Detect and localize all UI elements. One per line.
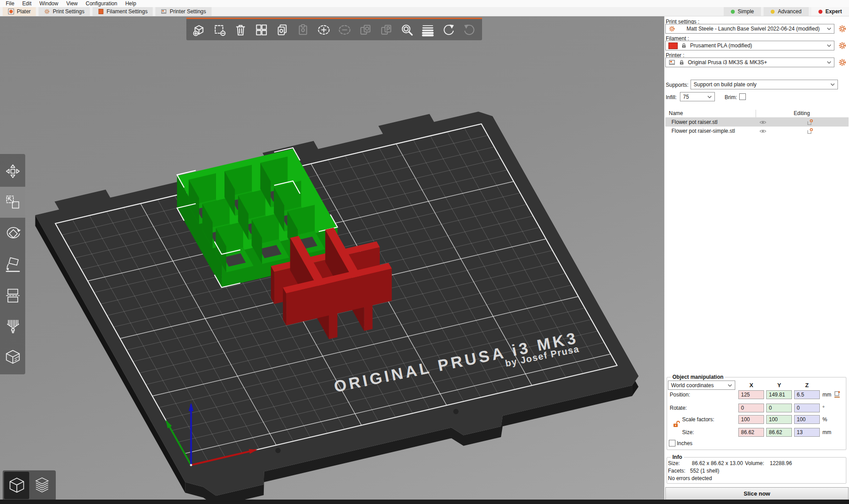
scale-tool-icon[interactable] [0, 187, 25, 218]
rotate-x-input[interactable]: 0 [738, 404, 764, 412]
info-size-value: 86.62 x 86.62 x 13.00 [692, 460, 743, 466]
mode-simple[interactable]: Simple [724, 7, 761, 16]
object-row-flower-pot-raiser[interactable]: Flower pot raiser.stl [665, 118, 849, 127]
tab-bar: Plater Print Settings Filament Settings … [0, 7, 849, 16]
position-z-input[interactable]: 6.5 [794, 390, 820, 399]
menu-edit[interactable]: Edit [18, 0, 35, 7]
size-unit: mm [822, 429, 831, 435]
menu-configuration[interactable]: Configuration [82, 0, 121, 7]
advanced-mode-dot [771, 10, 775, 14]
menu-view[interactable]: View [62, 0, 82, 7]
chevron-down-icon [827, 61, 831, 64]
size-y-input[interactable]: 86.62 [766, 428, 792, 437]
object-list-header: Name Editing [665, 110, 849, 117]
coordinates-value: World coordinates [671, 382, 714, 389]
printer-select[interactable]: Original Prusa i3 MK3S & MK3S+ [665, 58, 834, 67]
menu-window[interactable]: Window [35, 0, 62, 7]
size-label: Size: [682, 429, 694, 435]
brim-checkbox[interactable] [739, 93, 746, 100]
cut-tool-icon[interactable] [0, 280, 25, 311]
edit-object-icon[interactable] [806, 127, 814, 135]
position-y-input[interactable]: 149.81 [766, 390, 792, 399]
size-z-input[interactable]: 13 [794, 428, 820, 437]
search-icon[interactable] [397, 20, 417, 39]
infill-label: Infill: [666, 94, 677, 100]
viewport-3d[interactable]: ORIGINAL PRUSA i3 MK3by Josef Prusa [0, 16, 664, 504]
lock-icon [679, 59, 685, 65]
menu-file[interactable]: File [2, 0, 18, 7]
add-instance-icon[interactable] [314, 20, 334, 39]
split-to-objects-icon[interactable] [355, 20, 375, 39]
paint-on-supports-tool-icon[interactable] [0, 311, 25, 342]
plater-icon [8, 8, 14, 15]
remove-instance-icon[interactable] [335, 20, 355, 39]
undo-icon[interactable] [439, 20, 459, 39]
tab-filament-settings[interactable]: Filament Settings [93, 7, 153, 16]
axis-header-x: X [749, 382, 753, 389]
rotate-tool-icon[interactable] [0, 218, 25, 249]
menu-bar: File Edit Window View Configuration Help [0, 0, 849, 7]
paste-icon[interactable] [293, 20, 313, 39]
redo-icon[interactable] [459, 20, 479, 39]
gear-icon [668, 25, 675, 32]
simple-mode-dot [731, 10, 735, 14]
infill-select[interactable]: 75 [680, 92, 715, 101]
eye-icon[interactable] [759, 127, 767, 135]
info-volume-value: 12288.96 [770, 460, 792, 466]
print-settings-select[interactable]: Matt Steele - Launch Base Swivel 2022-06… [665, 24, 834, 34]
filament-value: Prusament PLA (modified) [690, 42, 752, 49]
info-facets-value: 552 (1 shell) [690, 468, 719, 474]
drop-to-bed-icon[interactable] [833, 390, 841, 398]
scene-3d[interactable]: ORIGINAL PRUSA i3 MK3by Josef Prusa [0, 16, 664, 504]
printer-gear-button[interactable] [838, 58, 847, 67]
preview-button[interactable] [29, 472, 54, 499]
filament-select[interactable]: Prusament PLA (modified) [665, 41, 834, 50]
3d-editor-view-button[interactable] [4, 472, 29, 499]
slice-now-button[interactable]: Slice now [665, 487, 849, 500]
uniform-scale-lock-icon[interactable] [672, 420, 680, 428]
mode-advanced[interactable]: Advanced [764, 7, 808, 16]
inches-label: Inches [677, 440, 692, 446]
rotate-z-input[interactable]: 0 [794, 404, 820, 412]
copy-icon[interactable] [272, 20, 292, 39]
scale-x-input[interactable]: 100 [738, 415, 764, 424]
arrange-icon[interactable] [251, 20, 271, 39]
column-editing[interactable]: Editing [794, 110, 810, 116]
delete-object-icon[interactable] [210, 20, 230, 39]
filament-gear-button[interactable] [838, 41, 847, 50]
tab-plater[interactable]: Plater [3, 7, 36, 16]
tab-printer-settings[interactable]: Printer Settings [155, 7, 211, 16]
split-to-parts-icon[interactable] [376, 20, 396, 39]
print-settings-gear-button[interactable] [838, 24, 847, 33]
info-title: Info [671, 454, 684, 460]
tab-label: Printer Settings [170, 8, 206, 15]
edit-object-icon[interactable] [806, 119, 814, 126]
mode-label: Expert [826, 8, 842, 15]
supports-select[interactable]: Support on build plate only [691, 80, 838, 89]
object-row-flower-pot-raiser-simple[interactable]: Flower pot raiser-simple.stl [665, 127, 849, 135]
move-tool-icon[interactable] [0, 156, 25, 187]
eye-icon[interactable] [759, 119, 767, 126]
window-bottom-edge [0, 500, 849, 504]
rotate-y-input[interactable]: 0 [766, 404, 792, 412]
tab-print-settings[interactable]: Print Settings [39, 7, 89, 16]
mode-label: Simple [738, 8, 754, 15]
column-name[interactable]: Name [669, 110, 683, 116]
add-object-icon[interactable] [189, 20, 209, 39]
position-x-input[interactable]: 125 [738, 390, 764, 399]
menu-help[interactable]: Help [121, 0, 140, 7]
size-x-input[interactable]: 86.62 [738, 428, 764, 437]
mode-expert[interactable]: Expert [811, 7, 849, 16]
scale-y-input[interactable]: 100 [766, 415, 792, 424]
chevron-down-icon [728, 384, 732, 387]
place-on-face-tool-icon[interactable] [0, 249, 25, 280]
filament-icon [98, 8, 104, 15]
scale-z-input[interactable]: 100 [794, 415, 820, 424]
variable-layer-height-icon[interactable] [418, 20, 438, 39]
scale-factors-label: Scale factors: [682, 416, 714, 423]
coordinates-select[interactable]: World coordinates [668, 381, 735, 390]
inches-checkbox[interactable] [669, 440, 675, 446]
seam-painting-tool-icon[interactable] [0, 342, 25, 373]
object-manipulation-title: Object manipulation [671, 374, 725, 380]
delete-all-icon[interactable] [231, 20, 251, 39]
